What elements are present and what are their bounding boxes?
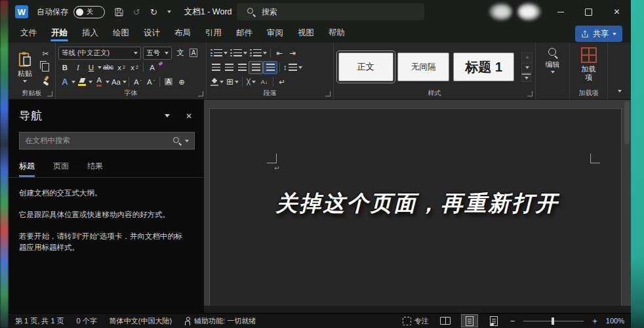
grow-font-button[interactable]: Aˆ xyxy=(131,76,144,88)
avatar[interactable] xyxy=(517,3,541,21)
distribute-button[interactable] xyxy=(263,61,277,74)
maximize-button[interactable] xyxy=(574,0,603,24)
underline-button[interactable]: U xyxy=(85,62,98,73)
shrink-font-button[interactable]: Aˇ xyxy=(144,76,157,88)
nav-tab-headings[interactable]: 标题 xyxy=(19,161,35,177)
tab-references[interactable]: 引用 xyxy=(198,24,229,43)
multilevel-list-button[interactable] xyxy=(249,47,268,59)
language-status[interactable]: 简体中文(中国大陆) xyxy=(110,316,172,326)
page-number-status[interactable]: 第 1 页, 共 1 页 xyxy=(15,316,64,326)
align-left-button[interactable] xyxy=(209,62,222,73)
zoom-slider-thumb[interactable] xyxy=(552,318,554,325)
document-search-input[interactable]: 在文档中搜索 xyxy=(19,132,195,150)
tab-file[interactable]: 文件 xyxy=(13,24,44,43)
font-dialog-launcher-icon[interactable] xyxy=(198,91,203,96)
strikethrough-button[interactable]: abc xyxy=(102,62,115,73)
nav-tab-pages[interactable]: 页面 xyxy=(53,161,69,177)
font-color-button[interactable]: A xyxy=(92,76,106,88)
tab-mailings[interactable]: 邮件 xyxy=(229,24,260,43)
clear-formatting-button[interactable]: A xyxy=(146,62,159,73)
redo-icon[interactable]: ↻ xyxy=(150,7,157,17)
superscript-button[interactable]: x2 xyxy=(128,62,141,73)
justify-button[interactable] xyxy=(249,61,263,74)
focus-mode-button[interactable]: 专注 xyxy=(403,316,429,326)
tab-layout[interactable]: 布局 xyxy=(167,24,198,43)
enclose-characters-button[interactable]: ⊕ xyxy=(175,76,188,88)
text-effects-button[interactable]: A xyxy=(58,76,71,88)
bullets-button[interactable] xyxy=(209,47,229,59)
zoom-level[interactable]: 100% xyxy=(606,317,624,325)
search-box[interactable]: 搜索 xyxy=(237,3,424,20)
font-size-combo[interactable]: 五号 xyxy=(143,47,172,60)
zoom-out-button[interactable]: − xyxy=(510,316,515,326)
style-no-spacing[interactable]: 无间隔 xyxy=(397,52,450,81)
zoom-in-button[interactable]: + xyxy=(592,316,597,326)
addins-icon[interactable] xyxy=(581,47,597,63)
undo-icon[interactable]: ↺ xyxy=(133,7,140,17)
word-logo-icon[interactable]: W xyxy=(15,5,28,18)
decrease-indent-button[interactable]: ⇤ xyxy=(273,47,286,59)
paste-button[interactable]: 粘贴 xyxy=(11,45,39,89)
shading-button[interactable] xyxy=(209,76,225,88)
cut-icon[interactable]: ✂ xyxy=(42,49,49,58)
accessibility-status[interactable]: 辅助功能: 一切就绪 xyxy=(184,316,256,326)
chevron-down-icon[interactable] xyxy=(185,140,189,142)
font-name-combo[interactable]: 等线 (中文正文) xyxy=(58,47,141,60)
character-shading-button[interactable]: A xyxy=(162,76,175,88)
paragraph-dialog-launcher-icon[interactable] xyxy=(325,91,331,96)
tab-draw[interactable]: 绘图 xyxy=(106,24,136,43)
phonetic-guide-button[interactable]: 文 xyxy=(174,47,187,59)
tab-insert[interactable]: 插入 xyxy=(75,24,106,43)
show-marks-button[interactable]: ↵ xyxy=(275,76,289,88)
addins-button-label[interactable]: 加载项 xyxy=(580,65,597,81)
collapse-ribbon-chevron-icon[interactable] xyxy=(618,90,622,92)
tab-design[interactable]: 设计 xyxy=(136,24,167,43)
tab-review[interactable]: 审阅 xyxy=(260,24,291,43)
print-layout-button[interactable] xyxy=(462,315,477,327)
editing-label[interactable]: 编辑 xyxy=(546,60,560,69)
zoom-slider[interactable] xyxy=(523,321,584,321)
borders-button[interactable]: ⊞ xyxy=(225,76,240,88)
save-icon[interactable] xyxy=(115,8,123,16)
find-icon[interactable] xyxy=(548,48,558,58)
change-case-button[interactable]: Aa xyxy=(110,76,123,88)
autosave-toggle[interactable]: 关 xyxy=(73,6,105,18)
vertical-scrollbar[interactable] xyxy=(624,101,630,144)
copy-icon[interactable] xyxy=(42,63,49,72)
format-painter-icon[interactable] xyxy=(42,76,50,85)
close-pane-icon[interactable]: ✕ xyxy=(186,112,192,121)
chevron-down-icon[interactable] xyxy=(551,71,555,73)
bold-button[interactable]: B xyxy=(58,62,71,73)
line-spacing-button[interactable]: ↕ xyxy=(282,62,304,73)
styles-scroll-up-button[interactable] xyxy=(521,52,533,62)
read-mode-button[interactable] xyxy=(437,315,453,327)
sort-button[interactable]: A↓ xyxy=(258,76,271,88)
nav-tab-results[interactable]: 结果 xyxy=(87,161,103,177)
tab-home[interactable]: 开始 xyxy=(44,24,75,43)
style-normal[interactable]: 正文 xyxy=(338,52,393,81)
styles-dialog-launcher-icon[interactable] xyxy=(527,91,533,96)
subscript-button[interactable]: x2 xyxy=(115,62,128,73)
word-count-status[interactable]: 0 个字 xyxy=(77,316,97,326)
close-button[interactable]: ✕ xyxy=(603,0,631,24)
highlight-color-button[interactable] xyxy=(75,76,89,88)
character-border-button[interactable]: A xyxy=(187,47,200,59)
clipboard-dialog-launcher-icon[interactable] xyxy=(47,91,52,96)
increase-indent-button[interactable]: ⇥ xyxy=(286,47,299,59)
asian-layout-button[interactable]: ╳ xyxy=(245,76,258,88)
numbering-button[interactable] xyxy=(229,47,249,59)
chevron-down-icon[interactable] xyxy=(123,81,127,83)
align-right-button[interactable] xyxy=(235,62,249,73)
avatar[interactable] xyxy=(489,3,512,21)
align-center-button[interactable] xyxy=(222,62,235,73)
customize-qat-chevron-icon[interactable] xyxy=(167,10,171,13)
pane-options-chevron-icon[interactable] xyxy=(165,114,170,117)
share-button[interactable]: 共享 xyxy=(575,26,622,42)
web-layout-button[interactable] xyxy=(486,315,502,327)
document-area[interactable]: ↵ 关掉这个页面，再重新打开 xyxy=(204,100,631,313)
style-heading1[interactable]: 标题 1 xyxy=(453,52,514,81)
styles-scroll-down-button[interactable] xyxy=(521,63,533,73)
styles-more-button[interactable] xyxy=(521,73,531,82)
tab-view[interactable]: 视图 xyxy=(291,24,321,43)
minimize-button[interactable] xyxy=(546,0,574,24)
